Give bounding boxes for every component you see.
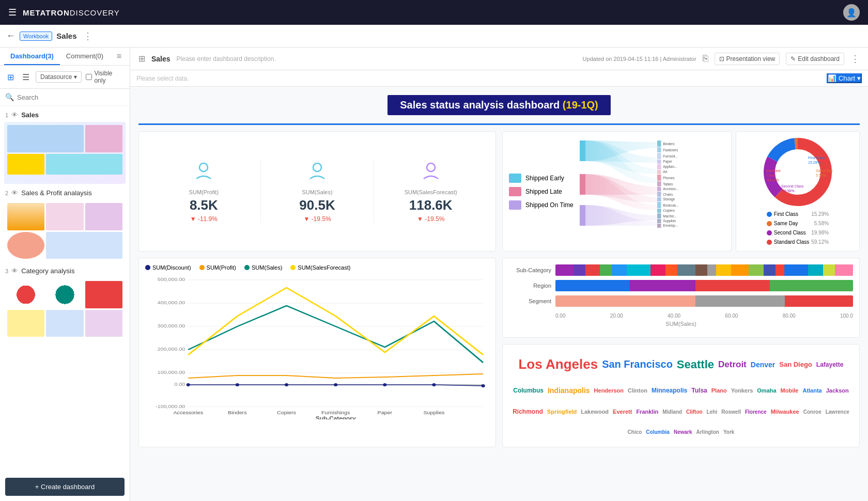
grid-view-button[interactable]: ⊞ [5, 70, 16, 84]
svg-rect-20 [657, 219, 661, 223]
edit-dashboard-button[interactable]: ✎ Edit dashboard [786, 53, 844, 65]
word-lafayette[interactable]: Lafayette [816, 361, 844, 368]
sidebar-item-title-profit[interactable]: Sales & Profit analaysis [21, 189, 92, 197]
more-options-icon[interactable]: ⋮ [850, 53, 860, 65]
menu-icon[interactable]: ☰ [8, 7, 17, 18]
presentation-view-button[interactable]: ⊡ Presentation view [715, 53, 780, 65]
svg-rect-13 [657, 181, 661, 186]
shipping-panel: Shipped Early Shipped Late Shipped On Ti… [502, 131, 732, 252]
word-jackson[interactable]: Jackson [826, 387, 849, 394]
svg-text:400,000.00: 400,000.00 [158, 300, 185, 305]
donut-chart: First Class 15.29% Same Day 5.58% Second… [762, 136, 834, 208]
list-view-button[interactable]: ☰ [20, 70, 32, 84]
word-atlanta[interactable]: Atlanta [802, 387, 822, 394]
svg-text:19.98%: 19.98% [782, 189, 795, 193]
word-plano[interactable]: Plano [711, 387, 727, 394]
tab-comment[interactable]: Comment(0) [60, 48, 110, 65]
svg-text:Applian...: Applian... [663, 165, 677, 169]
copy-icon[interactable]: ⎘ [703, 53, 708, 64]
svg-rect-3 [580, 140, 585, 161]
word-denver[interactable]: Denver [751, 361, 775, 369]
word-seattle[interactable]: Seattle [677, 358, 714, 371]
word-milwaukee[interactable]: Milwaukee [771, 409, 799, 415]
sidebar-item-title-category[interactable]: Category analysis [21, 267, 74, 275]
more-button[interactable]: ⋮ [83, 30, 92, 42]
word-san-diego[interactable]: San Diego [779, 361, 812, 368]
sidebar-controls: ⊞ ☰ Datasource ▾ Visible only [0, 66, 130, 89]
legend-standard-class: Standard Class 59.12% [767, 239, 829, 245]
svg-text:Standard: Standard [766, 169, 781, 173]
word-columbia[interactable]: Columbia [646, 429, 670, 435]
svg-text:Binders: Binders [663, 142, 675, 146]
legend-discount: SUM(Discount) [145, 264, 191, 271]
word-yonkers[interactable]: Yonkers [731, 387, 753, 394]
word-arlington[interactable]: Arlington [696, 429, 719, 435]
chart-toggle-button[interactable]: 📊 Chart ▾ [827, 73, 862, 83]
word-lehi[interactable]: Lehi [707, 409, 718, 415]
svg-text:Copiers: Copiers [663, 209, 675, 213]
sidebar-item-title-sales[interactable]: Sales [21, 111, 39, 119]
legend-profit: SUM(Profit) [199, 264, 236, 271]
word-henderson[interactable]: Henderson [594, 387, 624, 394]
svg-point-71 [432, 383, 436, 386]
select-data-placeholder[interactable]: Please select data. [136, 75, 189, 82]
word-lawrence[interactable]: Lawrence [826, 409, 849, 415]
word-los-angeles[interactable]: Los Angeles [518, 356, 598, 372]
word-omaha[interactable]: Omaha [757, 387, 776, 394]
word-clifton[interactable]: Clifton [686, 409, 703, 415]
word-tulsa[interactable]: Tulsa [691, 387, 707, 394]
word-springfield[interactable]: Springfield [547, 409, 577, 415]
svg-text:Paper: Paper [663, 160, 672, 164]
svg-point-68 [285, 383, 288, 386]
word-columbus[interactable]: Columbus [513, 387, 544, 394]
sidebar-preview-1[interactable] [4, 122, 126, 184]
svg-text:Paper: Paper [378, 410, 393, 415]
svg-rect-17 [657, 202, 661, 208]
search-input[interactable] [17, 93, 125, 101]
word-clinton[interactable]: Clinton [628, 387, 647, 394]
sidebar-list-icon[interactable]: ≡ [113, 48, 126, 65]
sidebar-preview-2[interactable] [4, 200, 126, 262]
svg-text:300,000.00: 300,000.00 [158, 323, 185, 328]
word-minneapolis[interactable]: Minneapolis [652, 387, 687, 394]
svg-point-70 [383, 383, 386, 386]
tab-dashboard[interactable]: Dashboard(3) [4, 48, 60, 65]
word-richmond[interactable]: Richmond [513, 408, 543, 415]
svg-text:Storage: Storage [663, 197, 675, 201]
sankey-chart: Binders Fasteners Furnishi... Paper Appl… [580, 138, 725, 231]
updated-info: Updated on 2019-04-15 11:16 | Administra… [583, 56, 696, 62]
datasource-button[interactable]: Datasource ▾ [36, 71, 82, 83]
bottom-panels: SUM(Discount) SUM(Profit) SUM(Sales) [138, 258, 860, 447]
line-chart-area: 500,000.00 400,000.00 300,000.00 200,000… [145, 275, 489, 419]
top-nav: ☰ METATRONDISCOVERY 👤 [0, 0, 868, 25]
avatar[interactable]: 👤 [843, 4, 860, 21]
word-roswell[interactable]: Roswell [721, 409, 741, 415]
word-newark[interactable]: Newark [674, 429, 692, 435]
visible-only-check[interactable]: Visible only [86, 70, 125, 84]
word-san-francisco[interactable]: San Francisco [602, 358, 673, 370]
svg-text:15.29%: 15.29% [808, 161, 820, 164]
svg-point-0 [199, 163, 208, 171]
create-dashboard-button[interactable]: + Create dashboard [5, 478, 125, 496]
legend-sales: SUM(Sales) [244, 264, 282, 271]
word-franklin[interactable]: Franklin [636, 409, 658, 415]
word-chico[interactable]: Chico [628, 429, 642, 435]
kpi-profit-change: ▼ -11.9% [151, 215, 256, 223]
word-mobile[interactable]: Mobile [781, 387, 799, 394]
word-indianapolis[interactable]: Indianapolis [548, 386, 590, 395]
kpi-forecast-value: 118.6K [378, 197, 483, 213]
word-detroit[interactable]: Detroit [718, 359, 747, 370]
svg-text:0.00: 0.00 [174, 382, 185, 387]
svg-text:Furnishi...: Furnishi... [663, 154, 678, 158]
word-florence[interactable]: Florence [745, 409, 767, 415]
word-lakewood[interactable]: Lakewood [581, 409, 609, 415]
chart-dropdown-icon[interactable]: ▾ [857, 74, 861, 82]
word-everett[interactable]: Everett [613, 409, 632, 415]
bar-axis: 0.00 20.00 40.00 60.00 80.00 100.0 [555, 311, 853, 319]
back-button[interactable]: ← [6, 30, 16, 41]
kpi-forecast-label: SUM(SalesForecast) [378, 189, 483, 195]
sidebar-preview-3[interactable] [4, 278, 126, 340]
word-york[interactable]: York [723, 429, 735, 435]
word-conroe[interactable]: Conroe [803, 409, 822, 415]
word-midland[interactable]: Midland [662, 409, 682, 415]
